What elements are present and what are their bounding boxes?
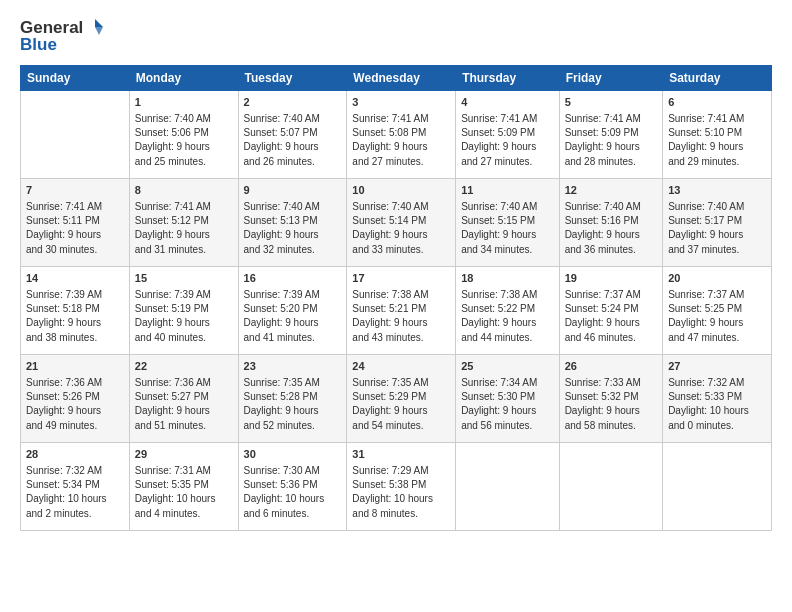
calendar-page: General Blue SundayMondayTuesdayWednesda… bbox=[0, 0, 792, 612]
calendar-cell: 5Sunrise: 7:41 AM Sunset: 5:09 PM Daylig… bbox=[559, 91, 663, 179]
day-number: 10 bbox=[352, 183, 450, 199]
day-number: 23 bbox=[244, 359, 342, 375]
calendar-cell: 23Sunrise: 7:35 AM Sunset: 5:28 PM Dayli… bbox=[238, 355, 347, 443]
calendar-cell: 3Sunrise: 7:41 AM Sunset: 5:08 PM Daylig… bbox=[347, 91, 456, 179]
day-info: Sunrise: 7:41 AM Sunset: 5:09 PM Dayligh… bbox=[565, 112, 658, 169]
calendar-cell bbox=[663, 443, 772, 531]
day-number: 12 bbox=[565, 183, 658, 199]
day-info: Sunrise: 7:34 AM Sunset: 5:30 PM Dayligh… bbox=[461, 376, 554, 433]
calendar-cell: 26Sunrise: 7:33 AM Sunset: 5:32 PM Dayli… bbox=[559, 355, 663, 443]
day-info: Sunrise: 7:39 AM Sunset: 5:19 PM Dayligh… bbox=[135, 288, 233, 345]
day-info: Sunrise: 7:37 AM Sunset: 5:24 PM Dayligh… bbox=[565, 288, 658, 345]
calendar-cell: 29Sunrise: 7:31 AM Sunset: 5:35 PM Dayli… bbox=[129, 443, 238, 531]
day-number: 7 bbox=[26, 183, 124, 199]
calendar-week-row: 1Sunrise: 7:40 AM Sunset: 5:06 PM Daylig… bbox=[21, 91, 772, 179]
calendar-table: SundayMondayTuesdayWednesdayThursdayFrid… bbox=[20, 65, 772, 531]
day-number: 28 bbox=[26, 447, 124, 463]
day-info: Sunrise: 7:41 AM Sunset: 5:12 PM Dayligh… bbox=[135, 200, 233, 257]
calendar-cell: 30Sunrise: 7:30 AM Sunset: 5:36 PM Dayli… bbox=[238, 443, 347, 531]
weekday-header: Thursday bbox=[456, 66, 560, 91]
day-number: 2 bbox=[244, 95, 342, 111]
day-number: 29 bbox=[135, 447, 233, 463]
day-number: 16 bbox=[244, 271, 342, 287]
day-number: 20 bbox=[668, 271, 766, 287]
calendar-week-row: 14Sunrise: 7:39 AM Sunset: 5:18 PM Dayli… bbox=[21, 267, 772, 355]
calendar-cell: 9Sunrise: 7:40 AM Sunset: 5:13 PM Daylig… bbox=[238, 179, 347, 267]
calendar-cell: 6Sunrise: 7:41 AM Sunset: 5:10 PM Daylig… bbox=[663, 91, 772, 179]
svg-marker-1 bbox=[95, 27, 103, 35]
calendar-cell: 17Sunrise: 7:38 AM Sunset: 5:21 PM Dayli… bbox=[347, 267, 456, 355]
calendar-cell bbox=[456, 443, 560, 531]
weekday-header: Wednesday bbox=[347, 66, 456, 91]
day-info: Sunrise: 7:29 AM Sunset: 5:38 PM Dayligh… bbox=[352, 464, 450, 521]
day-number: 6 bbox=[668, 95, 766, 111]
day-number: 22 bbox=[135, 359, 233, 375]
calendar-week-row: 21Sunrise: 7:36 AM Sunset: 5:26 PM Dayli… bbox=[21, 355, 772, 443]
day-info: Sunrise: 7:41 AM Sunset: 5:11 PM Dayligh… bbox=[26, 200, 124, 257]
calendar-cell: 4Sunrise: 7:41 AM Sunset: 5:09 PM Daylig… bbox=[456, 91, 560, 179]
calendar-cell: 18Sunrise: 7:38 AM Sunset: 5:22 PM Dayli… bbox=[456, 267, 560, 355]
day-info: Sunrise: 7:41 AM Sunset: 5:10 PM Dayligh… bbox=[668, 112, 766, 169]
calendar-cell: 16Sunrise: 7:39 AM Sunset: 5:20 PM Dayli… bbox=[238, 267, 347, 355]
day-info: Sunrise: 7:36 AM Sunset: 5:27 PM Dayligh… bbox=[135, 376, 233, 433]
day-number: 27 bbox=[668, 359, 766, 375]
day-info: Sunrise: 7:40 AM Sunset: 5:17 PM Dayligh… bbox=[668, 200, 766, 257]
day-number: 19 bbox=[565, 271, 658, 287]
calendar-cell: 28Sunrise: 7:32 AM Sunset: 5:34 PM Dayli… bbox=[21, 443, 130, 531]
day-number: 18 bbox=[461, 271, 554, 287]
day-number: 8 bbox=[135, 183, 233, 199]
day-number: 1 bbox=[135, 95, 233, 111]
calendar-cell bbox=[559, 443, 663, 531]
calendar-cell: 15Sunrise: 7:39 AM Sunset: 5:19 PM Dayli… bbox=[129, 267, 238, 355]
day-number: 13 bbox=[668, 183, 766, 199]
day-number: 15 bbox=[135, 271, 233, 287]
logo-icon bbox=[85, 17, 105, 37]
day-number: 21 bbox=[26, 359, 124, 375]
day-info: Sunrise: 7:31 AM Sunset: 5:35 PM Dayligh… bbox=[135, 464, 233, 521]
day-number: 4 bbox=[461, 95, 554, 111]
svg-marker-0 bbox=[95, 19, 103, 27]
weekday-header-row: SundayMondayTuesdayWednesdayThursdayFrid… bbox=[21, 66, 772, 91]
day-info: Sunrise: 7:36 AM Sunset: 5:26 PM Dayligh… bbox=[26, 376, 124, 433]
calendar-cell: 27Sunrise: 7:32 AM Sunset: 5:33 PM Dayli… bbox=[663, 355, 772, 443]
calendar-cell: 24Sunrise: 7:35 AM Sunset: 5:29 PM Dayli… bbox=[347, 355, 456, 443]
calendar-cell: 14Sunrise: 7:39 AM Sunset: 5:18 PM Dayli… bbox=[21, 267, 130, 355]
logo: General Blue bbox=[20, 18, 105, 55]
calendar-cell: 11Sunrise: 7:40 AM Sunset: 5:15 PM Dayli… bbox=[456, 179, 560, 267]
calendar-cell: 12Sunrise: 7:40 AM Sunset: 5:16 PM Dayli… bbox=[559, 179, 663, 267]
weekday-header: Sunday bbox=[21, 66, 130, 91]
calendar-week-row: 28Sunrise: 7:32 AM Sunset: 5:34 PM Dayli… bbox=[21, 443, 772, 531]
day-info: Sunrise: 7:35 AM Sunset: 5:28 PM Dayligh… bbox=[244, 376, 342, 433]
calendar-week-row: 7Sunrise: 7:41 AM Sunset: 5:11 PM Daylig… bbox=[21, 179, 772, 267]
calendar-cell: 20Sunrise: 7:37 AM Sunset: 5:25 PM Dayli… bbox=[663, 267, 772, 355]
day-info: Sunrise: 7:38 AM Sunset: 5:22 PM Dayligh… bbox=[461, 288, 554, 345]
day-info: Sunrise: 7:40 AM Sunset: 5:15 PM Dayligh… bbox=[461, 200, 554, 257]
day-info: Sunrise: 7:40 AM Sunset: 5:14 PM Dayligh… bbox=[352, 200, 450, 257]
day-number: 3 bbox=[352, 95, 450, 111]
weekday-header: Tuesday bbox=[238, 66, 347, 91]
day-info: Sunrise: 7:41 AM Sunset: 5:09 PM Dayligh… bbox=[461, 112, 554, 169]
calendar-cell: 31Sunrise: 7:29 AM Sunset: 5:38 PM Dayli… bbox=[347, 443, 456, 531]
day-info: Sunrise: 7:32 AM Sunset: 5:33 PM Dayligh… bbox=[668, 376, 766, 433]
day-info: Sunrise: 7:33 AM Sunset: 5:32 PM Dayligh… bbox=[565, 376, 658, 433]
calendar-cell: 1Sunrise: 7:40 AM Sunset: 5:06 PM Daylig… bbox=[129, 91, 238, 179]
weekday-header: Saturday bbox=[663, 66, 772, 91]
day-info: Sunrise: 7:35 AM Sunset: 5:29 PM Dayligh… bbox=[352, 376, 450, 433]
day-info: Sunrise: 7:39 AM Sunset: 5:20 PM Dayligh… bbox=[244, 288, 342, 345]
day-info: Sunrise: 7:40 AM Sunset: 5:06 PM Dayligh… bbox=[135, 112, 233, 169]
day-info: Sunrise: 7:38 AM Sunset: 5:21 PM Dayligh… bbox=[352, 288, 450, 345]
day-info: Sunrise: 7:41 AM Sunset: 5:08 PM Dayligh… bbox=[352, 112, 450, 169]
day-number: 14 bbox=[26, 271, 124, 287]
calendar-cell: 8Sunrise: 7:41 AM Sunset: 5:12 PM Daylig… bbox=[129, 179, 238, 267]
calendar-cell: 19Sunrise: 7:37 AM Sunset: 5:24 PM Dayli… bbox=[559, 267, 663, 355]
header: General Blue bbox=[20, 18, 772, 55]
logo-blue: Blue bbox=[20, 35, 105, 55]
day-number: 25 bbox=[461, 359, 554, 375]
day-number: 24 bbox=[352, 359, 450, 375]
day-info: Sunrise: 7:40 AM Sunset: 5:13 PM Dayligh… bbox=[244, 200, 342, 257]
calendar-cell: 22Sunrise: 7:36 AM Sunset: 5:27 PM Dayli… bbox=[129, 355, 238, 443]
day-info: Sunrise: 7:30 AM Sunset: 5:36 PM Dayligh… bbox=[244, 464, 342, 521]
calendar-cell: 25Sunrise: 7:34 AM Sunset: 5:30 PM Dayli… bbox=[456, 355, 560, 443]
calendar-cell: 2Sunrise: 7:40 AM Sunset: 5:07 PM Daylig… bbox=[238, 91, 347, 179]
calendar-cell: 7Sunrise: 7:41 AM Sunset: 5:11 PM Daylig… bbox=[21, 179, 130, 267]
